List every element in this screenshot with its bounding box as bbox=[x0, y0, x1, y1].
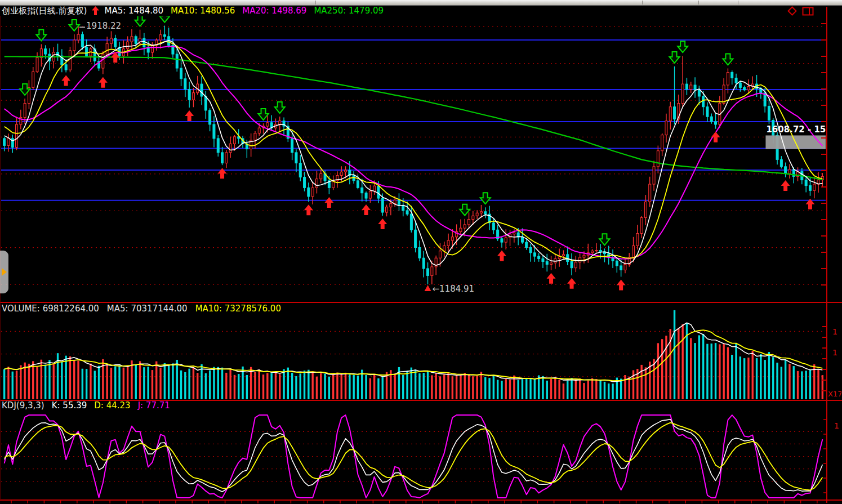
strip-separator bbox=[738, 1, 738, 5]
low-price-label: ←1184.91 bbox=[433, 284, 475, 294]
expand-arrow-icon bbox=[2, 268, 7, 276]
volume-axis-label: 1 bbox=[832, 327, 837, 336]
kdj-j-label: J: 77.71 bbox=[138, 400, 170, 411]
buy-arrow-icon bbox=[324, 197, 333, 208]
kdj-indicator-label[interactable]: KDJ(9,3,3) bbox=[2, 400, 44, 411]
kdj-k-line bbox=[5, 420, 823, 492]
kdj-header: KDJ(9,3,3) K: 55.39 D: 44.23 J: 77.71 bbox=[2, 400, 170, 411]
buy-arrow-icon bbox=[61, 75, 70, 86]
ma250-line bbox=[5, 56, 823, 180]
buy-arrow-icon bbox=[378, 218, 387, 229]
buy-arrow-icon bbox=[304, 204, 313, 215]
sell-arrow-icon bbox=[670, 52, 680, 63]
header-toolbar bbox=[787, 6, 814, 16]
volume-ma5-label: MA5: 70317144.00 bbox=[107, 304, 188, 314]
signal-arrows bbox=[20, 11, 814, 291]
buy-arrow-icon bbox=[711, 132, 720, 142]
buy-arrow-icon bbox=[567, 278, 576, 289]
kdj-k-label: K: 55.39 bbox=[52, 400, 87, 411]
ma250-legend: MA250: 1479.09 bbox=[314, 6, 384, 16]
strip-separator bbox=[642, 1, 643, 5]
ma5-legend: MA5: 1484.80 bbox=[104, 6, 163, 16]
sell-arrow-icon bbox=[259, 109, 269, 120]
volume-value-label: VOLUME: 69812264.00 bbox=[2, 304, 99, 314]
sell-arrow-icon bbox=[678, 41, 688, 52]
buy-arrow-icon bbox=[781, 180, 790, 191]
buy-arrow-icon bbox=[362, 204, 371, 215]
sell-arrow-icon bbox=[599, 234, 609, 245]
gap-range-label: 1608.72 - 15 bbox=[766, 124, 826, 135]
volume-axis-label: 1 bbox=[832, 348, 837, 357]
application-window: 创业板指(日线.前复权) MA5: 1484.80 MA10: 1480.56 … bbox=[0, 0, 842, 504]
ma5-line bbox=[5, 41, 823, 266]
buy-arrow-icon bbox=[547, 273, 556, 284]
main-chart-header: 创业板指(日线.前复权) MA5: 1484.80 MA10: 1480.56 … bbox=[2, 6, 384, 16]
strip-separator bbox=[698, 1, 699, 5]
volume-ma10-label: MA10: 73278576.00 bbox=[195, 304, 281, 314]
buy-arrow-icon bbox=[497, 251, 506, 261]
buy-arrow-icon bbox=[218, 168, 227, 179]
sell-arrow-icon bbox=[460, 204, 470, 216]
window-top-strip bbox=[0, 0, 842, 6]
buy-arrow-icon bbox=[185, 110, 194, 121]
sell-arrow-icon bbox=[69, 20, 79, 31]
sell-arrow-icon bbox=[36, 29, 46, 41]
sell-arrow-icon bbox=[275, 102, 285, 113]
volume-unit-multiplier: X17 bbox=[828, 390, 841, 398]
ma10-legend: MA10: 1480.56 bbox=[171, 6, 235, 16]
strip-separator bbox=[315, 1, 316, 5]
kdj-d-label: D: 44.23 bbox=[94, 400, 130, 411]
sidebar-flyout-handle[interactable] bbox=[0, 251, 8, 293]
candlestick-series bbox=[3, 26, 824, 285]
ma10-line bbox=[5, 42, 823, 261]
symbol-title[interactable]: 创业板指(日线.前复权) bbox=[2, 6, 87, 16]
diamond-icon[interactable] bbox=[787, 6, 797, 16]
split-window-icon[interactable] bbox=[802, 7, 814, 16]
buy-arrow-icon bbox=[617, 279, 626, 290]
main-price-panel bbox=[1, 11, 826, 292]
volume-panel bbox=[1, 310, 826, 399]
volume-header: VOLUME: 69812264.00 MA5: 70317144.00 MA1… bbox=[2, 304, 281, 314]
axes-frame bbox=[0, 7, 842, 503]
red-up-arrow-icon bbox=[92, 6, 99, 15]
low-point-marker bbox=[425, 285, 431, 291]
sell-arrow-icon bbox=[135, 15, 145, 26]
kdj-axis-label: 1 bbox=[834, 421, 839, 430]
buy-arrow-icon bbox=[99, 77, 108, 88]
sell-arrow-icon bbox=[480, 193, 491, 204]
kdj-panel bbox=[1, 415, 826, 498]
high-price-label: 1918.22 bbox=[86, 21, 121, 31]
ma20-line bbox=[5, 46, 823, 259]
chart-canvas[interactable] bbox=[0, 0, 842, 504]
kdj-j-line bbox=[5, 415, 823, 498]
ma20-legend: MA20: 1498.69 bbox=[242, 6, 306, 16]
